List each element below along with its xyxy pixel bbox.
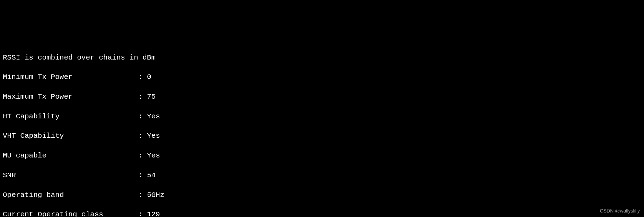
vht-capability-row: VHT Capability : Yes (0, 131, 644, 141)
vht-capability-label: VHT Capability (3, 132, 64, 140)
operating-band-label: Operating band (3, 191, 64, 199)
mu-capable-value: Yes (147, 152, 160, 160)
current-operating-class-row: Current Operating class : 129 (0, 210, 644, 217)
mu-capable-label: MU capable (3, 152, 46, 160)
current-operating-class-label: Current Operating class (3, 210, 103, 217)
snr-value: 54 (147, 171, 156, 179)
rssi-header: RSSI is combined over chains in dBm (0, 53, 644, 63)
operating-band-value: 5GHz (147, 191, 164, 199)
snr-row: SNR : 54 (0, 171, 644, 180)
max-tx-power-label: Maximum Tx Power (3, 93, 73, 101)
terminal-output: RSSI is combined over chains in dBm Mini… (0, 39, 644, 217)
max-tx-power-row: Maximum Tx Power : 75 (0, 92, 644, 102)
max-tx-power-value: 75 (147, 93, 156, 101)
min-tx-power-value: 0 (147, 73, 151, 81)
snr-label: SNR (3, 171, 16, 179)
ht-capability-row: HT Capability : Yes (0, 112, 644, 121)
min-tx-power-label: Minimum Tx Power (3, 73, 73, 81)
operating-band-row: Operating band : 5GHz (0, 190, 644, 200)
current-operating-class-value: 129 (147, 210, 160, 217)
watermark-text: CSDN @wallyslilly (600, 208, 640, 214)
ht-capability-label: HT Capability (3, 112, 60, 120)
min-tx-power-row: Minimum Tx Power : 0 (0, 72, 644, 82)
vht-capability-value: Yes (147, 132, 160, 140)
mu-capable-row: MU capable : Yes (0, 151, 644, 161)
ht-capability-value: Yes (147, 112, 160, 120)
